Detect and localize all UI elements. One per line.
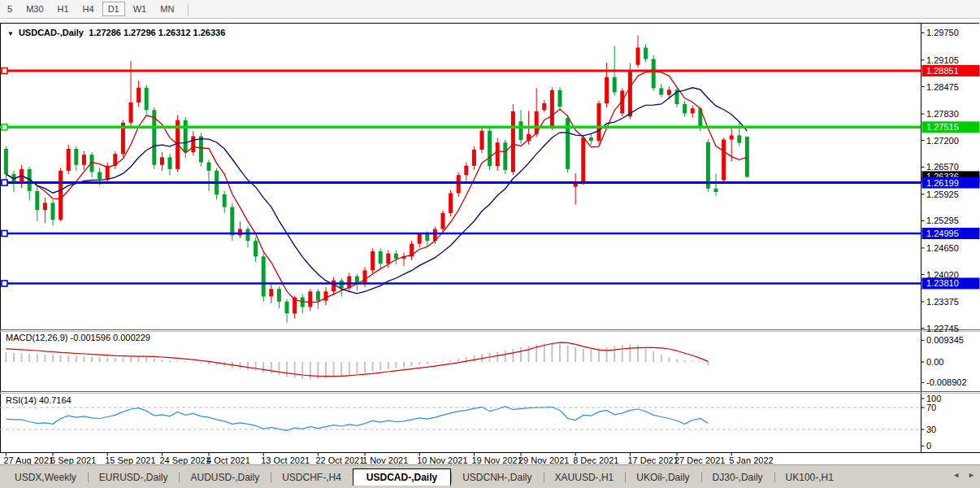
level-line-anchor-marker (2, 281, 7, 286)
timeframe-button-m30[interactable]: M30 (20, 2, 49, 16)
chart-title: ▼USDCAD-,Daily 1.27286 1.27296 1.26312 1… (7, 28, 225, 37)
svg-text:5 Jan 2022: 5 Jan 2022 (729, 455, 773, 464)
timeframe-button-h1[interactable]: H1 (52, 2, 75, 16)
svg-text:1.24995: 1.24995 (926, 229, 959, 238)
svg-text:1.23810: 1.23810 (926, 278, 959, 288)
chart-dropdown-icon[interactable]: ▼ (7, 30, 14, 37)
svg-text:-0.008902: -0.008902 (926, 377, 967, 387)
candlestick-series (4, 35, 749, 322)
tab-scroll-right-icon[interactable]: ► (968, 471, 975, 479)
svg-text:1.26199: 1.26199 (926, 178, 959, 188)
svg-text:10 Nov 2021: 10 Nov 2021 (417, 455, 467, 464)
timeframe-button-d1[interactable]: D1 (102, 2, 125, 16)
chart-tab-uk100-h1[interactable]: UK100-,H1 (774, 469, 845, 486)
moving-average-line (6, 72, 747, 303)
svg-text:1.29105: 1.29105 (926, 55, 959, 65)
svg-text:8 Dec 2021: 8 Dec 2021 (573, 455, 618, 464)
chart-tab-bar: USDX,WeeklyEURUSD-,DailyAUDUSD-,DailyUSD… (0, 468, 980, 486)
timeframe-button-mn[interactable]: MN (154, 2, 180, 16)
rsi-indicator-label: RSI(14) 40.7164 (6, 395, 72, 405)
trading-platform-window: 5M30H1H4D1W1MN 1.297501.291051.284751.27… (0, 0, 980, 488)
macd-pane (5, 342, 709, 379)
chart-canvas[interactable]: 1.297501.291051.284751.278301.272001.265… (0, 0, 980, 464)
chart-tab-usdx-weekly[interactable]: USDX,Weekly (3, 469, 88, 486)
chart-tab-eurusd-daily[interactable]: EURUSD-,Daily (88, 469, 180, 486)
chart-tab-audusd-daily[interactable]: AUDUSD-,Daily (179, 469, 271, 486)
svg-text:27 Aug 2021: 27 Aug 2021 (3, 455, 54, 464)
svg-text:0.00: 0.00 (926, 357, 943, 367)
moving-average-line (6, 88, 747, 294)
timeframe-button-h4[interactable]: H4 (77, 2, 100, 16)
svg-text:1.22745: 1.22745 (926, 324, 959, 333)
svg-text:27 Dec 2021: 27 Dec 2021 (674, 455, 725, 464)
macd-indicator-label: MACD(12,26,9) -0.001596 0.000229 (6, 333, 150, 342)
level-line-anchor-marker (2, 68, 7, 74)
chart-tab-usdcnh-daily[interactable]: USDCNH-,Daily (451, 469, 543, 486)
svg-text:22 Oct 2021: 22 Oct 2021 (315, 455, 364, 464)
svg-text:0.009345: 0.009345 (926, 335, 964, 345)
svg-text:1.26570: 1.26570 (926, 162, 959, 172)
svg-text:1 Nov 2021: 1 Nov 2021 (362, 455, 408, 464)
chart-tab-ukoil-daily[interactable]: UKOil-,Daily (625, 469, 700, 486)
chart-tab-xauusd-h1[interactable]: XAUUSD-,H1 (544, 469, 626, 486)
svg-text:6 Sep 2021: 6 Sep 2021 (50, 455, 96, 464)
chart-symbol-label: USDCAD-,Daily (19, 28, 84, 37)
svg-text:19 Nov 2021: 19 Nov 2021 (471, 455, 522, 464)
svg-text:1.28851: 1.28851 (926, 66, 959, 76)
rsi-line (6, 407, 708, 431)
svg-text:1.24650: 1.24650 (926, 243, 959, 253)
toolbar-separator (188, 3, 189, 15)
svg-text:0: 0 (926, 441, 931, 451)
svg-text:70: 70 (926, 403, 936, 412)
timeframe-button-w1[interactable]: W1 (128, 2, 153, 16)
svg-text:17 Dec 2021: 17 Dec 2021 (627, 455, 678, 464)
svg-text:1.23375: 1.23375 (926, 297, 959, 307)
date-axis[interactable]: 27 Aug 20216 Sep 202115 Sep 202124 Sep 2… (3, 453, 773, 464)
svg-text:15 Sep 2021: 15 Sep 2021 (105, 455, 155, 464)
chart-frame (0, 23, 980, 453)
svg-text:29 Nov 2021: 29 Nov 2021 (518, 455, 569, 464)
tab-scroll-left-icon[interactable]: ◄ (952, 471, 960, 479)
chart-ohlc-values: 1.27286 1.27296 1.26312 1.26336 (89, 28, 225, 37)
timeframe-button-5[interactable]: 5 (2, 2, 18, 16)
svg-text:1.27830: 1.27830 (926, 109, 959, 119)
chart-tab-usdchf-h4[interactable]: USDCHF-,H4 (271, 469, 353, 486)
svg-text:1.28475: 1.28475 (926, 82, 959, 92)
chart-tab-dj30-daily[interactable]: DJ30-,Daily (701, 469, 774, 486)
svg-text:13 Oct 2021: 13 Oct 2021 (261, 455, 310, 464)
svg-text:1.25295: 1.25295 (926, 216, 959, 225)
rsi-pane (0, 407, 921, 431)
chart-tab-usdcad-daily[interactable]: USDCAD-,Daily (353, 468, 451, 486)
svg-text:1.27515: 1.27515 (926, 122, 959, 132)
tab-scroll-arrows: ◄► (952, 471, 975, 479)
level-line-anchor-marker (2, 231, 7, 237)
svg-text:1.27200: 1.27200 (926, 136, 959, 146)
level-line-anchor-marker (2, 124, 7, 130)
macd-axis: 0.0093450.00-0.008902 (921, 335, 967, 387)
svg-text:30: 30 (926, 425, 936, 434)
timeframe-toolbar: 5M30H1H4D1W1MN (0, 0, 980, 19)
level-line-anchor-marker (2, 180, 7, 185)
svg-text:4 Oct 2021: 4 Oct 2021 (206, 455, 250, 464)
svg-text:1.25925: 1.25925 (926, 190, 959, 199)
svg-text:1.29750: 1.29750 (926, 28, 959, 37)
svg-text:24 Sep 2021: 24 Sep 2021 (159, 455, 210, 464)
rsi-axis: 10070300 (921, 394, 941, 451)
